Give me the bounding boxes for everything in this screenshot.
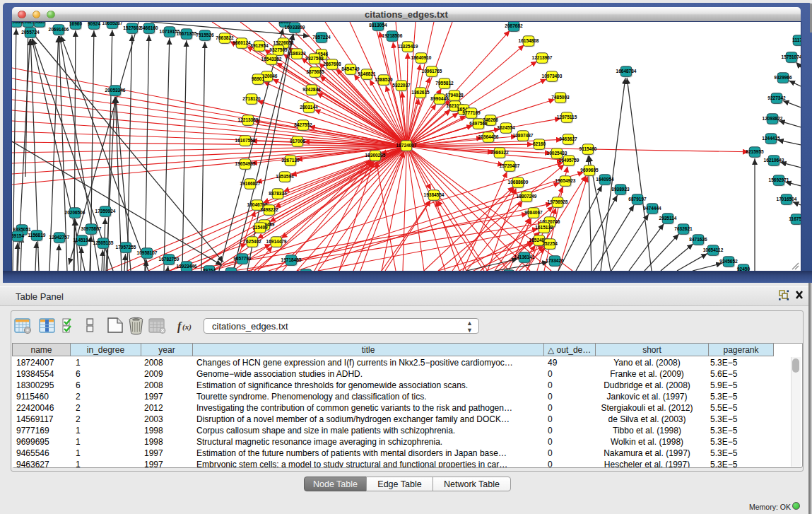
svg-text:1733426: 1733426 [546, 258, 564, 263]
svg-text:16782759: 16782759 [159, 257, 180, 262]
svg-text:12093822: 12093822 [763, 116, 783, 121]
svg-text:17957255: 17957255 [116, 245, 136, 250]
svg-text:62160: 62160 [533, 141, 546, 146]
svg-text:16648784: 16648784 [616, 69, 637, 74]
svg-text:3875685: 3875685 [306, 69, 324, 74]
svg-text:19166827: 19166827 [240, 181, 261, 186]
svg-text:1362615: 1362615 [411, 90, 430, 95]
svg-text:6794028: 6794028 [445, 93, 464, 98]
svg-text:10655287: 10655287 [102, 22, 123, 25]
svg-text:9329966: 9329966 [774, 75, 792, 80]
svg-text:20053346: 20053346 [105, 88, 126, 93]
svg-text:16495759: 16495759 [559, 158, 579, 163]
svg-text:10973493: 10973493 [542, 74, 563, 78]
svg-text:9474444: 9474444 [643, 206, 661, 211]
svg-text:12942757: 12942757 [49, 235, 70, 240]
svg-text:1244415: 1244415 [762, 136, 780, 141]
svg-text:16154808: 16154808 [519, 38, 539, 43]
svg-text:20691406: 20691406 [49, 27, 69, 32]
svg-text:9227342: 9227342 [767, 95, 786, 100]
svg-text:9327509: 9327509 [269, 47, 288, 52]
svg-text:12213369: 12213369 [238, 117, 259, 122]
svg-text:6466160: 6466160 [140, 25, 158, 30]
svg-text:10807487: 10807487 [513, 133, 534, 138]
svg-text:9084067: 9084067 [524, 210, 543, 215]
svg-text:8427552: 8427552 [294, 122, 312, 127]
svg-text:2803144: 2803144 [300, 105, 318, 110]
svg-text:15692971: 15692971 [769, 177, 789, 182]
svg-text:18640910: 18640910 [411, 55, 432, 60]
svg-text:7986322: 7986322 [490, 150, 509, 155]
svg-text:1527602: 1527602 [123, 25, 141, 30]
svg-text:7625402: 7625402 [243, 239, 261, 244]
svg-text:1588520: 1588520 [375, 77, 393, 82]
svg-text:20364436: 20364436 [478, 134, 499, 139]
svg-text:2935114: 2935114 [659, 216, 677, 221]
svg-text:20825: 20825 [22, 22, 35, 24]
svg-text:f: f [177, 320, 182, 333]
svg-text:19756928: 19756928 [548, 199, 568, 204]
svg-text:9115460: 9115460 [579, 146, 597, 151]
svg-text:8471626: 8471626 [689, 237, 707, 242]
svg-text:92450: 92450 [737, 267, 750, 271]
svg-text:9777169: 9777169 [462, 110, 481, 115]
svg-text:8912954: 8912954 [250, 43, 269, 48]
svg-text:9699695: 9699695 [580, 168, 599, 173]
svg-text:12975115: 12975115 [557, 115, 577, 119]
svg-text:90924: 90924 [88, 22, 100, 26]
svg-text:7515526: 7515526 [196, 33, 214, 37]
svg-text:10958107: 10958107 [137, 250, 158, 255]
svg-text:9657791: 9657791 [233, 256, 252, 261]
svg-text:2055724: 2055724 [21, 30, 40, 35]
svg-text:18724007: 18724007 [396, 143, 417, 148]
svg-text:19218506: 19218506 [382, 33, 403, 38]
svg-text:9327508: 9327508 [305, 56, 324, 61]
svg-text:7632621: 7632621 [674, 226, 693, 231]
svg-text:7955812: 7955812 [435, 81, 454, 86]
svg-text:12923446: 12923446 [177, 264, 197, 269]
svg-text:8878334: 8878334 [269, 191, 287, 196]
svg-text:9146821: 9146821 [358, 71, 376, 76]
svg-text:15720407: 15720407 [500, 163, 520, 168]
svg-text:10688609: 10688609 [508, 180, 529, 185]
svg-text:2867608: 2867608 [323, 62, 341, 66]
svg-text:19718485: 19718485 [281, 257, 302, 262]
svg-text:17359924: 17359924 [95, 209, 116, 214]
svg-text:15118: 15118 [225, 270, 237, 271]
svg-text:11174: 11174 [792, 37, 801, 42]
svg-text:9242848: 9242848 [302, 87, 321, 92]
svg-text:15751074: 15751074 [782, 54, 801, 59]
svg-text:16033809: 16033809 [285, 25, 305, 30]
svg-text:252254: 252254 [542, 241, 558, 246]
svg-text:7485003: 7485003 [551, 95, 570, 100]
svg-text:14136141: 14136141 [514, 255, 535, 259]
svg-text:12505135: 12505135 [93, 240, 114, 245]
svg-text:16107553: 16107553 [235, 138, 256, 143]
svg-text:9885: 9885 [35, 22, 45, 24]
svg-text:39154: 39154 [12, 233, 24, 238]
svg-text:2087682: 2087682 [505, 23, 523, 28]
svg-text:10654112: 10654112 [703, 247, 724, 252]
svg-text:5322037: 5322037 [392, 83, 411, 88]
svg-text:89764: 89764 [203, 268, 216, 271]
svg-text:16671355: 16671355 [177, 31, 197, 36]
svg-text:3267130: 3267130 [281, 158, 300, 163]
svg-text:1353594: 1353594 [276, 174, 294, 179]
svg-text:7857224: 7857224 [312, 35, 331, 40]
svg-text:1156819: 1156819 [28, 233, 46, 238]
svg-text:19384554: 19384554 [424, 192, 445, 197]
svg-text:19654985: 19654985 [235, 161, 256, 166]
svg-text:12213967: 12213967 [532, 55, 553, 60]
svg-text:10961765: 10961765 [422, 69, 442, 74]
svg-text:1145194: 1145194 [73, 238, 91, 243]
svg-text:98901: 98901 [252, 76, 264, 81]
svg-text:18807249: 18807249 [517, 194, 537, 199]
svg-text:6879197: 6879197 [628, 197, 647, 201]
svg-text:30975867: 30975867 [81, 226, 102, 231]
svg-text:9463627: 9463627 [559, 136, 577, 141]
svg-text:8938923: 8938923 [611, 187, 630, 192]
svg-text:917006: 917006 [290, 139, 305, 144]
svg-text:8813054: 8813054 [369, 23, 387, 28]
svg-text:19654923: 19654923 [555, 178, 576, 183]
svg-text:6497568: 6497568 [469, 121, 488, 126]
